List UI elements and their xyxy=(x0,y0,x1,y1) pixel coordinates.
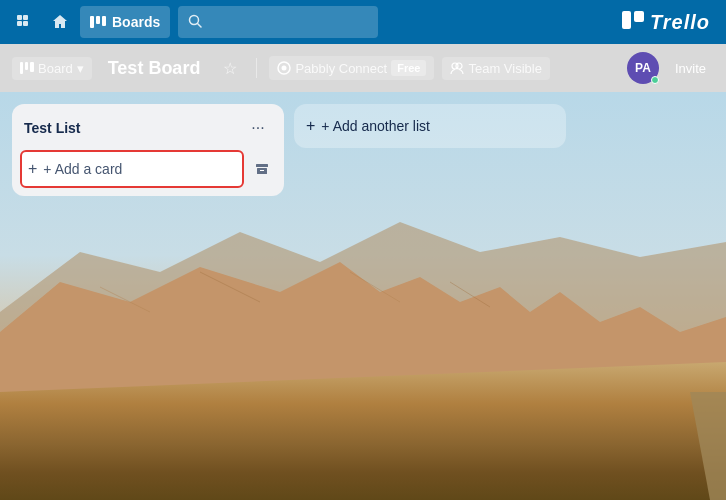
board-title[interactable]: Test Board xyxy=(100,54,209,83)
trello-wordmark: Trello xyxy=(650,11,710,34)
svg-rect-11 xyxy=(20,62,23,74)
trello-logo: Trello xyxy=(622,11,710,34)
search-icon xyxy=(188,14,202,31)
archive-btn[interactable] xyxy=(248,155,276,183)
top-nav: Boards Trello xyxy=(0,0,726,44)
board-header: Board ▾ Test Board ☆ Pabbly Connect Free… xyxy=(0,44,726,92)
home-icon-btn[interactable] xyxy=(44,6,76,38)
ellipsis-icon: ··· xyxy=(251,119,264,137)
search-bar[interactable] xyxy=(178,6,378,38)
plus-icon: + xyxy=(28,160,37,178)
pabbly-connect-btn[interactable]: Pabbly Connect Free xyxy=(269,56,434,80)
board-label: Board xyxy=(38,61,73,76)
free-badge: Free xyxy=(391,60,426,76)
team-visible-btn[interactable]: Team Visible xyxy=(442,57,549,80)
svg-line-8 xyxy=(198,23,202,27)
svg-point-15 xyxy=(282,66,287,71)
svg-rect-3 xyxy=(23,21,28,26)
star-btn[interactable]: ☆ xyxy=(216,54,244,82)
svg-rect-9 xyxy=(622,11,631,29)
list-header: Test List ··· xyxy=(20,112,276,150)
svg-rect-12 xyxy=(25,62,28,70)
list-title: Test List xyxy=(24,120,81,136)
add-list-label: + Add another list xyxy=(321,118,430,134)
add-list-plus-icon: + xyxy=(306,117,315,135)
list: Test List ··· + + Add a card xyxy=(12,104,284,196)
boards-btn[interactable]: Boards xyxy=(80,6,170,38)
svg-rect-6 xyxy=(102,16,106,26)
list-menu-btn[interactable]: ··· xyxy=(244,114,272,142)
add-card-label: + Add a card xyxy=(43,161,122,177)
svg-rect-5 xyxy=(96,16,100,24)
board-type-btn[interactable]: Board ▾ xyxy=(12,57,92,80)
trello-logo-icon xyxy=(622,11,644,34)
add-card-btn[interactable]: + + Add a card xyxy=(20,150,244,188)
svg-rect-13 xyxy=(30,62,34,72)
svg-rect-1 xyxy=(23,15,28,20)
lists-container: Test List ··· + + Add a card xyxy=(0,92,578,208)
boards-label: Boards xyxy=(112,14,160,30)
svg-rect-4 xyxy=(90,16,94,28)
grid-icon-btn[interactable] xyxy=(8,6,40,38)
online-indicator xyxy=(651,76,659,84)
board-chevron-icon: ▾ xyxy=(77,61,84,76)
svg-rect-2 xyxy=(17,21,22,26)
svg-point-17 xyxy=(456,63,462,69)
svg-rect-27 xyxy=(256,164,268,167)
header-divider xyxy=(256,58,257,78)
svg-rect-10 xyxy=(634,11,644,22)
board-content: Test List ··· + + Add a card xyxy=(0,92,726,500)
avatar-btn[interactable]: PA xyxy=(627,52,659,84)
add-another-list-btn[interactable]: + + Add another list xyxy=(294,104,566,148)
invite-btn[interactable]: Invite xyxy=(667,57,714,80)
svg-rect-0 xyxy=(17,15,22,20)
